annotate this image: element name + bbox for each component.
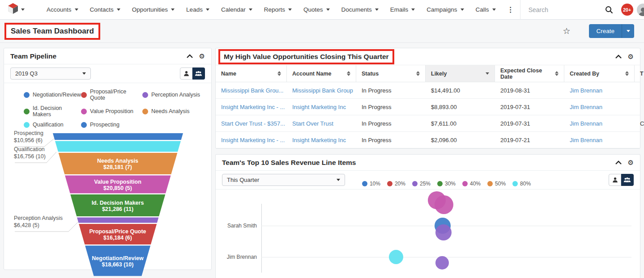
data-point-bubble[interactable] [435,224,452,240]
notifications-badge[interactable]: 20+ [621,4,633,16]
chevron-down-icon [326,8,330,11]
nav-item-label: Opportunities [132,6,168,13]
gear-icon[interactable]: ⚙ [628,53,634,61]
nav-item-label: Quotes [303,6,323,13]
create-dropdown-toggle[interactable] [622,24,634,38]
search-icon[interactable] [601,6,618,14]
collapse-chevron-up-icon[interactable] [615,55,622,59]
sort-icon[interactable] [416,71,420,76]
legend-label: Qualification [33,122,64,128]
funnel-segment-1[interactable] [55,141,181,152]
create-button[interactable]: Create [589,24,634,38]
opportunity-name-link-text[interactable]: Start Over Trust - $357... [221,120,285,127]
column-header-label: Status [362,71,379,77]
account-name-link-text[interactable]: Mississippi Bank Group [292,87,353,94]
gear-icon[interactable]: ⚙ [628,159,634,167]
column-header-likely[interactable]: Likely [426,65,495,82]
extra-value: C [635,115,644,131]
nav-item-label: Contacts [90,6,114,13]
avatar[interactable] [637,4,644,16]
gear-icon[interactable]: ⚙ [199,52,205,60]
funnel-segment-0[interactable] [53,133,183,140]
nav-item-leads[interactable]: Leads [180,0,215,19]
legend-dot [24,122,30,128]
opportunity-name-link: Start Over Trust - $357... [216,115,287,131]
created-by-link-text[interactable]: Jim Brennan [570,137,602,143]
funnel-label: Qualification [14,146,45,152]
sort-icon[interactable] [555,71,559,76]
nav-item-reports[interactable]: Reports [258,0,298,19]
legend-item: 10% [362,181,380,187]
created-by-link-text[interactable]: Jim Brennan [570,104,602,110]
chevron-down-icon [411,8,415,11]
table-row[interactable]: Insight Marketing Inc - ...Insight Marke… [216,132,640,148]
column-header-expected-close-date[interactable]: Expected Close Date [495,65,564,82]
sort-icon[interactable] [625,71,629,76]
favorite-star-icon[interactable]: ☆ [563,26,570,36]
data-point-bubble[interactable] [435,195,453,214]
column-header-created-by[interactable]: Created By [564,65,635,82]
account-name-link-text[interactable]: Insight Marketing Inc [292,104,346,110]
collapse-chevron-up-icon[interactable] [187,54,193,58]
account-name-link-text[interactable]: Insight Marketing Inc [292,137,346,143]
search-input[interactable] [529,6,596,13]
nav-item-quotes[interactable]: Quotes [298,0,336,19]
created-by-link-text[interactable]: Jim Brennan [570,120,602,127]
bubble-chart: Sarah SmithJim Brennan [261,192,631,273]
column-header-name[interactable]: Name [216,65,287,82]
legend-label: 25% [420,181,431,187]
nav-item-contacts[interactable]: Contacts [84,0,126,19]
sort-icon[interactable] [277,71,281,76]
created-by-link-text[interactable]: Jim Brennan [570,87,602,94]
chevron-down-icon [21,8,25,11]
collapse-chevron-up-icon[interactable] [615,160,622,164]
pipeline-quarter-select[interactable]: 2019 Q3 [10,67,91,80]
column-header-label: Name [221,71,236,77]
team-pipeline-panel: Team Pipeline ⚙ 2019 Q3 [4,48,212,270]
opportunity-name-link-text[interactable]: Mississippi Bank Grou... [221,87,283,94]
nav-item-calendar[interactable]: Calendar [215,0,258,19]
app-logo-menu[interactable] [0,3,31,16]
column-header-account-name[interactable]: Account Name [287,65,356,82]
nav-item-documents[interactable]: Documents [336,0,384,19]
create-button-label[interactable]: Create [589,24,622,38]
chevron-down-icon [288,8,292,11]
nav-item-accounts[interactable]: Accounts [41,0,84,19]
opportunity-name-link-text[interactable]: Insight Marketing Inc - ... [221,104,285,110]
table-body: Mississippi Bank Grou...Mississippi Bank… [216,82,640,148]
close-date-value-text: 2019-08-31 [500,87,530,94]
nav-item-calls[interactable]: Calls [470,0,502,19]
funnel-segment-5[interactable] [77,218,158,223]
more-modules-icon[interactable]: ⋮ [502,5,520,14]
nav-item-emails[interactable]: Emails [384,0,421,19]
nav-item-label: Campaigns [426,6,457,13]
nav-item-campaigns[interactable]: Campaigns [421,0,469,19]
legend-dot [462,181,468,186]
status-value-text: In Progress [362,137,391,143]
legend-label: 80% [520,181,531,187]
pipeline-legend: Negotiation/ReviewProposal/Price QuotePe… [24,88,211,128]
sort-desc-icon[interactable] [486,72,489,75]
category-label: Jim Brennan [227,254,257,260]
opportunity-name-link-text[interactable]: Insight Marketing Inc - ... [221,137,285,143]
table-row[interactable]: Insight Marketing Inc - ...Insight Marke… [216,99,640,115]
sort-icon[interactable] [347,71,350,76]
table-row[interactable]: Start Over Trust - $357...Start Over Tru… [216,115,640,132]
nav-item-opportunities[interactable]: Opportunities [126,0,180,19]
data-point-bubble[interactable] [389,250,403,264]
status-value: In Progress [356,115,426,131]
funnel-label: Perception Analysis [14,215,63,221]
funnel-value: $16,756 (10) [14,153,46,160]
account-name-link-text[interactable]: Start Over Trust [292,120,333,127]
table-row[interactable]: Mississippi Bank Grou...Mississippi Bank… [216,82,640,99]
data-point-bubble[interactable] [435,256,449,270]
column-header-t: T [635,65,644,82]
my-data-user-icon[interactable] [180,67,192,80]
legend-dot [487,181,493,186]
nav-item-label: Calendar [221,6,246,13]
column-header-label: Likely [431,71,447,77]
column-header-status[interactable]: Status [356,65,426,82]
funnel-label: Prospecting [14,130,43,136]
team-data-users-icon[interactable] [192,67,205,80]
nav-item-label: Leads [186,6,203,13]
